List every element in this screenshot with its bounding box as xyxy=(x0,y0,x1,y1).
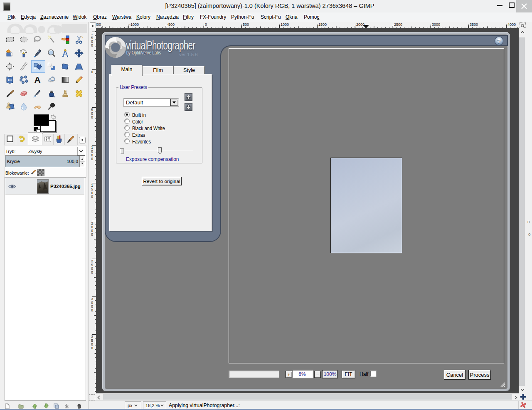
svg-text:A: A xyxy=(34,75,40,84)
